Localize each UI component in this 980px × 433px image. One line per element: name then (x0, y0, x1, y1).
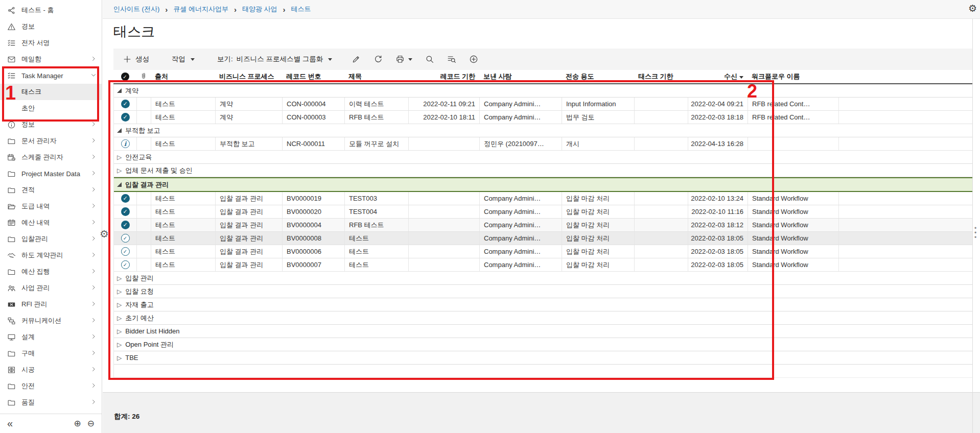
sidebar-subitem-4-1[interactable]: 초안 (0, 100, 102, 116)
sidebar-item-7[interactable]: 스케줄 관리자 (0, 149, 102, 165)
chevron-right-icon[interactable] (90, 203, 97, 210)
group-row-1[interactable]: 부적합 보고 (114, 124, 972, 137)
sidebar-item-14[interactable]: 예산 집행 (0, 263, 102, 280)
sidebar-item-5[interactable]: 정보 (0, 116, 102, 133)
sidebar-item-4[interactable]: Task Manager (0, 67, 102, 84)
chevron-right-icon[interactable] (90, 170, 97, 178)
group-collapsed-triangle-icon[interactable]: ▷ (117, 355, 122, 361)
column-header-received[interactable]: 수신 (688, 70, 748, 83)
settings-gear-icon[interactable]: ⚙ (968, 3, 977, 14)
pane-drag-handle-icon[interactable]: • • • (974, 226, 976, 240)
breadcrumb-link-1[interactable]: 큐셀 에너지사업부 (173, 5, 228, 14)
table-row[interactable]: ✓테스트계약CON-000004이력 테스트2022-02-11 09:21Co… (114, 98, 972, 111)
chevron-right-icon[interactable] (90, 56, 97, 63)
group-collapsed-triangle-icon[interactable]: ▷ (117, 288, 122, 295)
sidebar-item-22[interactable]: 품질 (0, 394, 102, 411)
zoom-out-icon[interactable]: ⊖ (87, 418, 95, 429)
print-button[interactable] (395, 55, 412, 64)
column-header-record_due[interactable]: 레코드 기한 (408, 70, 479, 83)
column-header-record_no[interactable]: 레코드 번호 (282, 70, 344, 83)
breadcrumb-link-3[interactable]: 테스트 (291, 5, 311, 14)
column-header-status[interactable]: ✓ (113, 70, 136, 83)
group-row-0[interactable]: 계약 (114, 84, 972, 98)
chevron-right-icon[interactable] (90, 121, 97, 129)
zoom-in-icon[interactable]: ⊕ (74, 418, 81, 429)
sidebar-item-3[interactable]: 메일함 (0, 51, 102, 67)
column-header-purpose[interactable]: 전송 용도 (562, 70, 634, 83)
create-button[interactable]: 생성 (123, 55, 149, 64)
column-header-title[interactable]: 제목 (344, 70, 408, 83)
sidebar-item-15[interactable]: 사업 관리 (0, 280, 102, 296)
row-settings-gear-icon[interactable]: ⚙ (100, 228, 109, 240)
group-collapsed-triangle-icon[interactable]: ▷ (117, 275, 122, 281)
table-row[interactable]: ✓테스트입찰 결과 관리BV0000006테스트Company Admini…입… (114, 245, 972, 258)
chevron-right-icon[interactable] (90, 317, 97, 325)
group-row-7[interactable]: ▷자재 출고 (114, 298, 972, 311)
actions-menu-button[interactable]: 작업 (172, 55, 195, 64)
sidebar-item-11[interactable]: 예산 내역 (0, 214, 102, 231)
column-header-process[interactable]: 비즈니스 프로세스 (215, 70, 282, 83)
group-expanded-triangle-icon[interactable] (117, 182, 122, 187)
group-row-3[interactable]: ▷업체 문서 제출 및 승인 (114, 164, 972, 177)
refresh-icon[interactable] (374, 55, 383, 64)
chevron-right-icon[interactable] (90, 350, 97, 357)
sidebar-item-21[interactable]: 안전 (0, 378, 102, 394)
sidebar-item-16[interactable]: RFI 관리 (0, 296, 102, 312)
column-header-source[interactable]: 출처 (151, 70, 215, 83)
group-row-8[interactable]: ▷초기 예산 (114, 311, 972, 325)
group-collapsed-triangle-icon[interactable]: ▷ (117, 302, 122, 308)
chevron-right-icon[interactable] (90, 186, 97, 194)
sidebar-item-6[interactable]: 문서 관리자 (0, 133, 102, 149)
column-header-clip[interactable] (136, 70, 151, 83)
sidebar-item-13[interactable]: 하도 계약관리 (0, 247, 102, 263)
add-circle-icon[interactable] (469, 55, 478, 64)
chevron-down-icon[interactable] (90, 72, 97, 80)
sidebar-item-8[interactable]: Project Master Data (0, 165, 102, 182)
chevron-right-icon[interactable] (90, 219, 97, 227)
breadcrumb-link-2[interactable]: 태양광 사업 (242, 5, 277, 14)
table-row[interactable]: ✓테스트입찰 결과 관리BV0000019TEST003Company Admi… (114, 192, 972, 205)
group-expanded-triangle-icon[interactable] (117, 88, 122, 93)
group-row-11[interactable]: ▷TBE (114, 351, 972, 365)
sidebar-item-19[interactable]: 구매 (0, 345, 102, 362)
group-collapsed-triangle-icon[interactable]: ▷ (117, 328, 122, 334)
chevron-right-icon[interactable] (90, 382, 97, 390)
column-header-sender[interactable]: 보낸 사람 (479, 70, 562, 83)
breadcrumb-link-0[interactable]: 인사이트 (전사) (113, 5, 159, 14)
group-row-6[interactable]: ▷입찰 요청 (114, 285, 972, 298)
sidebar-subitem-4-0[interactable]: 태스크 (0, 84, 102, 100)
chevron-right-icon[interactable] (90, 154, 97, 161)
collapse-sidebar-icon[interactable]: « (7, 418, 13, 429)
group-row-10[interactable]: ▷Open Point 관리 (114, 338, 972, 351)
sidebar-item-18[interactable]: 설계 (0, 329, 102, 345)
group-expanded-triangle-icon[interactable] (117, 128, 122, 133)
chevron-right-icon[interactable] (90, 333, 97, 341)
group-collapsed-triangle-icon[interactable]: ▷ (117, 167, 122, 174)
group-row-5[interactable]: ▷입찰 관리 (114, 272, 972, 285)
sidebar-item-10[interactable]: 도급 내역 (0, 198, 102, 214)
sidebar-item-0[interactable]: 테스트 - 홈 (0, 2, 102, 18)
chevron-right-icon[interactable] (90, 137, 97, 145)
chevron-right-icon[interactable] (90, 235, 97, 243)
sidebar-item-17[interactable]: 커뮤니케이션 (0, 312, 102, 329)
filter-search-icon[interactable] (447, 55, 456, 64)
edit-pencil-icon[interactable] (352, 55, 361, 64)
chevron-right-icon[interactable] (90, 284, 97, 292)
sidebar-item-12[interactable]: 입찰관리 (0, 231, 102, 247)
chevron-right-icon[interactable] (90, 252, 97, 259)
sidebar-item-9[interactable]: 견적 (0, 182, 102, 198)
group-collapsed-triangle-icon[interactable]: ▷ (117, 154, 122, 160)
sidebar-item-20[interactable]: 시공 (0, 362, 102, 378)
table-row[interactable]: ✓테스트입찰 결과 관리BV0000008테스트Company Admini…입… (114, 232, 972, 245)
table-row[interactable]: ✓테스트계약CON-000003RFB 테스트2022-02-10 18:11C… (114, 111, 972, 124)
table-row[interactable]: ✓테스트입찰 결과 관리BV0000020TEST004Company Admi… (114, 205, 972, 219)
chevron-right-icon[interactable] (90, 268, 97, 276)
search-icon[interactable] (425, 55, 434, 64)
group-row-9[interactable]: ▷Bidder List Hidden (114, 325, 972, 338)
table-row[interactable]: ✓테스트입찰 결과 관리BV0000007테스트Company Admini…입… (114, 258, 972, 272)
group-row-2[interactable]: ▷안전교육 (114, 151, 972, 164)
group-collapsed-triangle-icon[interactable]: ▷ (117, 315, 122, 321)
sidebar-item-1[interactable]: 경보 (0, 18, 102, 35)
chevron-right-icon[interactable] (90, 366, 97, 374)
chevron-right-icon[interactable] (90, 399, 97, 406)
